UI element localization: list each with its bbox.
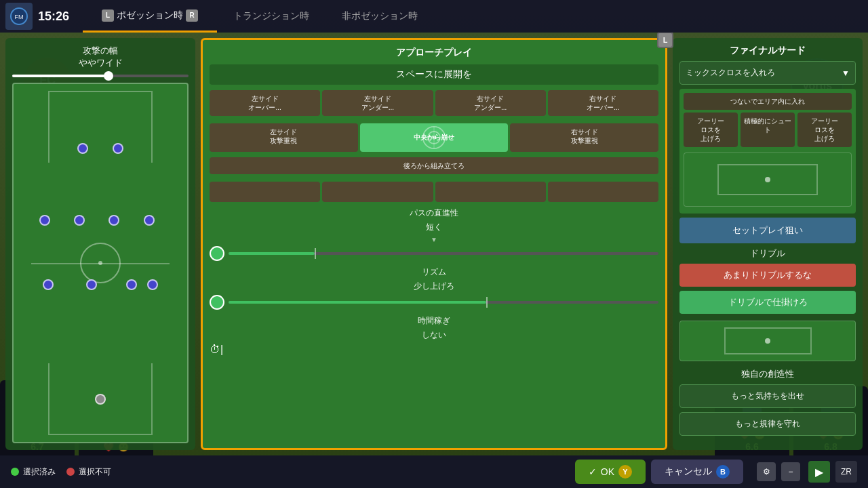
connect-cell-row: つないでエリア内に入れ <box>684 93 852 110</box>
approach-bottom-4[interactable] <box>548 182 658 202</box>
play-button[interactable]: ▶ <box>808 461 830 483</box>
dribble-title: ドリブル <box>679 247 856 260</box>
shoot-cell[interactable]: 積極的にシュート <box>741 113 795 147</box>
player-dot-1 <box>77 143 88 154</box>
center-panel: L アプローチプレイ スペースに展開を 左サイドオーバー... 左サイドアンダー… <box>201 38 667 450</box>
rhythm-section: リズム 少し上げろ <box>210 266 658 310</box>
approach-play-title: アプローチプレイ <box>210 47 658 59</box>
app-logo: FM <box>5 3 33 30</box>
player-dot-7 <box>43 279 54 290</box>
attack-width-value: ややワイド <box>12 57 189 69</box>
set-piece-button[interactable]: セットプレイ狙い <box>679 218 856 243</box>
pass-slider-ball <box>210 246 224 261</box>
tab-transition[interactable]: トランジション時 <box>217 0 326 33</box>
final-third-grid: つないでエリア内に入れ アーリーロスを上げろ 積極的にシュート アーリーロスを上… <box>679 89 856 214</box>
slider-thumb <box>104 71 113 81</box>
tab-possession-label: ポゼッション時 <box>117 9 183 22</box>
slider-track <box>12 75 189 77</box>
legend-unavailable-dot <box>66 468 75 476</box>
bottom-bar: 選択済み 選択不可 ✓ OK Y キャンセル B ⚙ − ▶ ZR <box>0 455 868 488</box>
time-waste-section: 時間稼ぎ しない ⏱| <box>210 315 658 356</box>
rhythm-slider-fill <box>229 301 486 304</box>
approach-bottom-3[interactable] <box>435 182 546 202</box>
left-panel: 攻撃の幅 ややワイド <box>5 38 195 450</box>
rhythm-slider-ball <box>210 295 224 310</box>
player-dot-9 <box>126 279 137 290</box>
legend-unavailable-label: 選択不可 <box>79 466 111 478</box>
more-spirit-button[interactable]: もっと気持ちを出せ <box>679 384 856 408</box>
attack-width-slider[interactable] <box>12 75 189 77</box>
tab-badge-l: L <box>102 9 114 22</box>
approach-mid-row: 左サイド攻撃重視 中央から崩せ 右サイド攻撃重視 <box>210 123 658 152</box>
cancel-badge: B <box>716 465 730 479</box>
connect-cell[interactable]: つないでエリア内に入れ <box>684 93 852 110</box>
approach-cell-right-under[interactable]: 右サイドアンダー... <box>435 90 546 116</box>
right-panel: ファイナルサード ミックスクロスを入れろ ▼ つないでエリア内に入れ アーリーロ… <box>673 38 863 450</box>
checkmark-icon: ✓ <box>589 466 597 477</box>
cross-dropdown[interactable]: ミックスクロスを入れろ ▼ <box>679 61 856 85</box>
approach-cell-center[interactable]: 中央から崩せ <box>360 123 509 152</box>
legend-selected-dot <box>11 468 19 476</box>
approach-cell-build-back[interactable]: 後ろから組み立てろ <box>210 157 658 174</box>
approach-cell-left-over[interactable]: 左サイドオーバー... <box>210 90 320 116</box>
approach-subtitle: スペースに展開を <box>210 64 658 85</box>
bottom-icons: ⚙ − <box>757 462 800 481</box>
dribble-attack-button[interactable]: ドリブルで仕掛けろ <box>679 291 856 314</box>
legend-unavailable: 選択不可 <box>66 466 111 478</box>
creativity-title: 独自の創造性 <box>679 368 856 380</box>
time-waste-control: ⏱| <box>210 344 658 356</box>
settings-icon[interactable]: ⚙ <box>757 462 776 481</box>
ok-button[interactable]: ✓ OK Y <box>575 460 646 484</box>
approach-bottom-row <box>210 182 658 202</box>
attack-width-title: 攻撃の幅 <box>12 45 189 57</box>
tab-transition-label: トランジション時 <box>233 10 309 22</box>
minus-icon[interactable]: − <box>781 462 800 481</box>
early-cross-right[interactable]: アーリーロスを上げろ <box>797 113 852 147</box>
tab-possession[interactable]: L ポゼッション時 R <box>83 0 217 33</box>
attack-width-section: 攻撃の幅 ややワイド <box>12 45 189 69</box>
approach-cell-left-under[interactable]: 左サイドアンダー... <box>322 90 433 116</box>
pass-directness-value: 短く <box>210 222 658 233</box>
approach-bottom-2[interactable] <box>322 182 433 202</box>
pass-directness-slider[interactable] <box>210 246 658 261</box>
more-discipline-button[interactable]: もっと規律を守れ <box>679 412 856 436</box>
tab-non-possession[interactable]: 非ポゼッション時 <box>326 0 434 33</box>
zr-button[interactable]: ZR <box>835 461 857 483</box>
final-third-title: ファイナルサード <box>679 45 856 57</box>
mini-field-box-top <box>717 164 818 196</box>
time-waste-value: しない <box>210 329 658 341</box>
mini-field-box-bottom <box>724 327 812 355</box>
cancel-button[interactable]: キャンセル B <box>651 460 743 484</box>
final-cells-row: アーリーロスを上げろ 積極的にシュート アーリーロスを上げろ <box>684 113 852 147</box>
player-dot-gk <box>95 394 106 405</box>
cancel-label: キャンセル <box>665 466 712 478</box>
approach-center-label: 中央から崩せ <box>414 133 454 142</box>
top-bar: FM 15:26 L ポゼッション時 R トランジション時 非ポゼッション時 <box>0 0 868 33</box>
tab-badge-r: R <box>186 9 198 22</box>
approach-cell-left-attack[interactable]: 左サイド攻撃重視 <box>210 123 358 152</box>
approach-cell-right-over[interactable]: 右サイドオーバー... <box>548 90 658 116</box>
final-field-mini-bottom <box>679 321 856 361</box>
legend-selected: 選択済み <box>11 466 56 478</box>
approach-cell-right-attack[interactable]: 右サイド攻撃重視 <box>510 123 658 152</box>
legend-selected-label: 選択済み <box>23 466 56 478</box>
rhythm-slider[interactable] <box>210 295 658 310</box>
player-dot-6 <box>144 215 155 226</box>
bottom-right-actions: ✓ OK Y キャンセル B ⚙ − ▶ ZR <box>575 460 857 484</box>
chevron-down-icon: ▼ <box>842 68 850 78</box>
player-dot-4 <box>74 215 85 226</box>
player-dot-5 <box>108 215 119 226</box>
player-dot-3 <box>39 215 50 226</box>
dribble-less-button[interactable]: あまりドリブルするな <box>679 264 856 287</box>
mini-dot-top <box>765 177 770 182</box>
ok-label: OK <box>601 466 614 477</box>
pass-slider-fill <box>229 252 315 255</box>
time-waste-icon: ⏱| <box>210 344 223 356</box>
pass-arrow: ▼ <box>210 236 658 243</box>
field-center-dot <box>98 261 102 265</box>
approach-bottom-1[interactable] <box>210 182 320 202</box>
early-cross-left[interactable]: アーリーロスを上げろ <box>684 113 738 147</box>
slider-fill <box>12 75 109 77</box>
pass-directness-section: パスの直進性 短く ▼ <box>210 207 658 261</box>
tab-non-possession-label: 非ポゼッション時 <box>342 10 418 22</box>
